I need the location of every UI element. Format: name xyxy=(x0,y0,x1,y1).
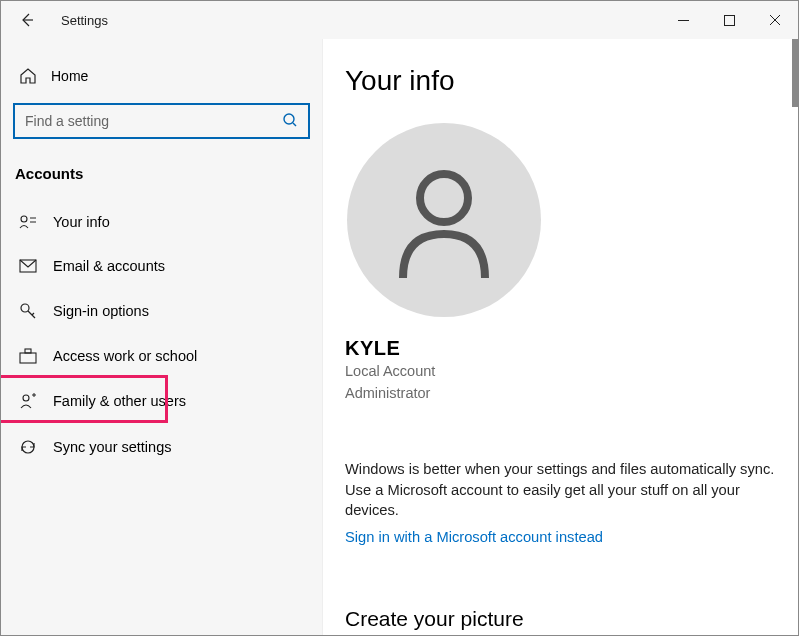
sidebar-home[interactable]: Home xyxy=(1,57,322,95)
sidebar-item-your-info[interactable]: Your info xyxy=(1,200,322,244)
briefcase-icon xyxy=(17,348,39,364)
sidebar-item-sync-settings[interactable]: Sync your settings xyxy=(1,424,322,470)
svg-line-6 xyxy=(293,123,296,126)
account-role: Administrator xyxy=(345,384,784,404)
window-title: Settings xyxy=(61,13,108,28)
svg-point-11 xyxy=(21,304,29,312)
content-pane: Your info KYLE Local Account Administrat… xyxy=(323,39,798,635)
svg-point-16 xyxy=(23,395,29,401)
sidebar-item-family-other-users[interactable]: Family & other users xyxy=(1,378,322,424)
page-title: Your info xyxy=(345,65,784,97)
sidebar-item-label: Access work or school xyxy=(53,348,197,364)
search-input[interactable] xyxy=(25,113,282,129)
picture-heading: Create your picture xyxy=(345,607,784,631)
close-button[interactable] xyxy=(752,4,798,36)
svg-point-7 xyxy=(21,216,27,222)
home-icon xyxy=(17,67,39,85)
sidebar: Home Accounts Your info Email & accounts xyxy=(1,39,323,635)
sidebar-item-label: Your info xyxy=(53,214,110,230)
svg-rect-14 xyxy=(20,353,36,363)
sidebar-item-email-accounts[interactable]: Email & accounts xyxy=(1,244,322,288)
user-name: KYLE xyxy=(345,337,784,360)
sidebar-item-label: Email & accounts xyxy=(53,258,165,274)
sidebar-item-label: Family & other users xyxy=(53,393,186,409)
svg-point-19 xyxy=(420,174,468,222)
maximize-button[interactable] xyxy=(706,4,752,36)
sidebar-item-label: Sign-in options xyxy=(53,303,149,319)
search-box[interactable] xyxy=(13,103,310,139)
scrollbar-thumb[interactable] xyxy=(792,39,798,107)
key-icon xyxy=(17,302,39,320)
sign-in-microsoft-link[interactable]: Sign in with a Microsoft account instead xyxy=(345,529,603,545)
svg-line-12 xyxy=(28,311,35,318)
svg-rect-15 xyxy=(25,349,31,353)
user-plus-icon xyxy=(17,392,39,410)
sidebar-item-label: Sync your settings xyxy=(53,439,171,455)
user-badge-icon xyxy=(17,214,39,230)
back-button[interactable] xyxy=(11,4,43,36)
avatar xyxy=(347,123,541,317)
close-icon xyxy=(769,14,781,26)
maximize-icon xyxy=(724,15,735,26)
title-bar: Settings xyxy=(1,1,798,39)
sidebar-item-signin-options[interactable]: Sign-in options xyxy=(1,288,322,334)
account-type: Local Account xyxy=(345,362,784,382)
svg-point-5 xyxy=(284,114,294,124)
sidebar-section-header: Accounts xyxy=(1,159,322,200)
sidebar-home-label: Home xyxy=(51,68,88,84)
sync-icon xyxy=(17,438,39,456)
svg-line-13 xyxy=(32,313,34,315)
svg-rect-2 xyxy=(724,15,734,25)
sync-description: Windows is better when your settings and… xyxy=(345,459,784,521)
search-icon xyxy=(282,112,298,131)
envelope-icon xyxy=(17,259,39,273)
window-controls xyxy=(660,4,798,36)
minimize-button[interactable] xyxy=(660,4,706,36)
arrow-left-icon xyxy=(19,12,35,28)
minimize-icon xyxy=(678,15,689,26)
sidebar-item-access-work-school[interactable]: Access work or school xyxy=(1,334,322,378)
person-icon xyxy=(389,160,499,280)
